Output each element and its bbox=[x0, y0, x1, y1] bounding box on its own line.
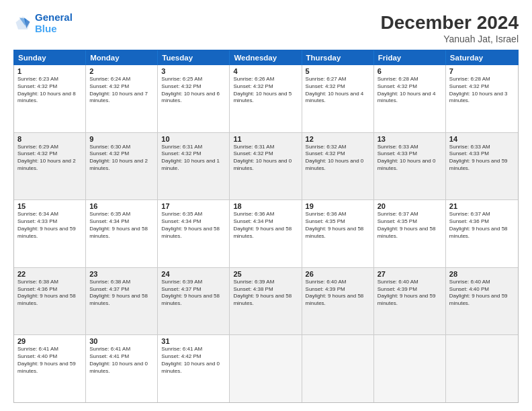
day-number: 2 bbox=[89, 67, 154, 75]
day-number: 31 bbox=[161, 337, 226, 345]
calendar-cell: 4Sunrise: 6:26 AMSunset: 4:32 PMDaylight… bbox=[230, 65, 302, 132]
month-title: December 2024 bbox=[381, 12, 519, 34]
calendar-week-2: 8Sunrise: 6:29 AMSunset: 4:32 PMDaylight… bbox=[14, 133, 518, 201]
day-number: 13 bbox=[378, 135, 442, 143]
header-monday: Monday bbox=[86, 50, 158, 65]
calendar-cell: 29Sunrise: 6:41 AMSunset: 4:40 PMDayligh… bbox=[14, 335, 86, 402]
calendar-cell: 23Sunrise: 6:38 AMSunset: 4:37 PMDayligh… bbox=[86, 268, 158, 335]
header-wednesday: Wednesday bbox=[230, 50, 302, 65]
day-number: 11 bbox=[233, 135, 298, 143]
cell-details: Sunrise: 6:26 AMSunset: 4:32 PMDaylight:… bbox=[233, 76, 298, 105]
header-thursday: Thursday bbox=[302, 50, 374, 65]
day-number: 16 bbox=[89, 202, 154, 210]
day-number: 8 bbox=[17, 135, 82, 143]
calendar-cell: 7Sunrise: 6:28 AMSunset: 4:32 PMDaylight… bbox=[446, 65, 518, 132]
cell-details: Sunrise: 6:39 AMSunset: 4:38 PMDaylight:… bbox=[233, 279, 298, 308]
calendar-cell: 28Sunrise: 6:40 AMSunset: 4:40 PMDayligh… bbox=[446, 268, 518, 335]
day-number: 27 bbox=[378, 270, 442, 278]
day-number: 5 bbox=[306, 67, 370, 75]
cell-details: Sunrise: 6:35 AMSunset: 4:34 PMDaylight:… bbox=[161, 211, 226, 240]
cell-details: Sunrise: 6:40 AMSunset: 4:39 PMDaylight:… bbox=[306, 279, 370, 308]
day-number: 23 bbox=[89, 270, 154, 278]
calendar-week-4: 22Sunrise: 6:38 AMSunset: 4:36 PMDayligh… bbox=[14, 268, 518, 336]
cell-details: Sunrise: 6:27 AMSunset: 4:32 PMDaylight:… bbox=[306, 76, 370, 105]
calendar-cell: 20Sunrise: 6:37 AMSunset: 4:35 PMDayligh… bbox=[374, 200, 446, 267]
calendar-cell: 6Sunrise: 6:28 AMSunset: 4:32 PMDaylight… bbox=[374, 65, 446, 132]
calendar-body: 1Sunrise: 6:23 AMSunset: 4:32 PMDaylight… bbox=[14, 65, 518, 402]
calendar-body-border: 1Sunrise: 6:23 AMSunset: 4:32 PMDaylight… bbox=[13, 65, 519, 403]
header-sunday: Sunday bbox=[14, 50, 86, 65]
calendar-cell: 9Sunrise: 6:30 AMSunset: 4:32 PMDaylight… bbox=[86, 133, 158, 200]
day-number: 4 bbox=[233, 67, 298, 75]
calendar-cell: 25Sunrise: 6:39 AMSunset: 4:38 PMDayligh… bbox=[230, 268, 302, 335]
cell-details: Sunrise: 6:38 AMSunset: 4:37 PMDaylight:… bbox=[89, 279, 154, 308]
day-number: 24 bbox=[161, 270, 226, 278]
calendar-cell bbox=[446, 335, 518, 402]
calendar-cell: 11Sunrise: 6:31 AMSunset: 4:32 PMDayligh… bbox=[230, 133, 302, 200]
cell-details: Sunrise: 6:41 AMSunset: 4:42 PMDaylight:… bbox=[161, 346, 226, 375]
day-number: 18 bbox=[233, 202, 298, 210]
day-number: 20 bbox=[378, 202, 442, 210]
cell-details: Sunrise: 6:40 AMSunset: 4:39 PMDaylight:… bbox=[378, 279, 442, 308]
calendar-cell: 14Sunrise: 6:33 AMSunset: 4:33 PMDayligh… bbox=[446, 133, 518, 200]
header-saturday: Saturday bbox=[446, 50, 518, 65]
calendar-cell bbox=[302, 335, 374, 402]
day-number: 10 bbox=[161, 135, 226, 143]
calendar-cell: 22Sunrise: 6:38 AMSunset: 4:36 PMDayligh… bbox=[14, 268, 86, 335]
calendar-cell: 3Sunrise: 6:25 AMSunset: 4:32 PMDaylight… bbox=[158, 65, 230, 132]
location: Yanuah Jat, Israel bbox=[381, 34, 519, 44]
calendar-cell: 21Sunrise: 6:37 AMSunset: 4:36 PMDayligh… bbox=[446, 200, 518, 267]
calendar-cell: 2Sunrise: 6:24 AMSunset: 4:32 PMDaylight… bbox=[86, 65, 158, 132]
day-number: 17 bbox=[161, 202, 226, 210]
cell-details: Sunrise: 6:28 AMSunset: 4:32 PMDaylight:… bbox=[378, 76, 442, 105]
day-number: 12 bbox=[306, 135, 370, 143]
cell-details: Sunrise: 6:38 AMSunset: 4:36 PMDaylight:… bbox=[17, 279, 82, 308]
day-number: 15 bbox=[17, 202, 82, 210]
calendar-cell: 8Sunrise: 6:29 AMSunset: 4:32 PMDaylight… bbox=[14, 133, 86, 200]
cell-details: Sunrise: 6:29 AMSunset: 4:32 PMDaylight:… bbox=[17, 144, 82, 173]
cell-details: Sunrise: 6:33 AMSunset: 4:33 PMDaylight:… bbox=[378, 144, 442, 173]
cell-details: Sunrise: 6:31 AMSunset: 4:32 PMDaylight:… bbox=[161, 144, 226, 173]
logo-icon bbox=[13, 14, 32, 33]
calendar-cell: 24Sunrise: 6:39 AMSunset: 4:37 PMDayligh… bbox=[158, 268, 230, 335]
calendar-header: Sunday Monday Tuesday Wednesday Thursday… bbox=[14, 50, 518, 65]
day-number: 1 bbox=[17, 67, 82, 75]
calendar-cell: 26Sunrise: 6:40 AMSunset: 4:39 PMDayligh… bbox=[302, 268, 374, 335]
cell-details: Sunrise: 6:30 AMSunset: 4:32 PMDaylight:… bbox=[89, 144, 154, 173]
cell-details: Sunrise: 6:37 AMSunset: 4:35 PMDaylight:… bbox=[378, 211, 442, 240]
calendar-header-border: Sunday Monday Tuesday Wednesday Thursday… bbox=[13, 50, 519, 65]
calendar-cell bbox=[230, 335, 302, 402]
cell-details: Sunrise: 6:39 AMSunset: 4:37 PMDaylight:… bbox=[161, 279, 226, 308]
calendar-cell: 17Sunrise: 6:35 AMSunset: 4:34 PMDayligh… bbox=[158, 200, 230, 267]
calendar-week-5: 29Sunrise: 6:41 AMSunset: 4:40 PMDayligh… bbox=[14, 335, 518, 402]
page: General Blue December 2024 Yanuah Jat, I… bbox=[0, 0, 532, 411]
day-number: 19 bbox=[306, 202, 370, 210]
cell-details: Sunrise: 6:41 AMSunset: 4:40 PMDaylight:… bbox=[17, 346, 82, 375]
calendar-week-1: 1Sunrise: 6:23 AMSunset: 4:32 PMDaylight… bbox=[14, 65, 518, 133]
calendar-cell: 13Sunrise: 6:33 AMSunset: 4:33 PMDayligh… bbox=[374, 133, 446, 200]
day-number: 22 bbox=[17, 270, 82, 278]
calendar-week-3: 15Sunrise: 6:34 AMSunset: 4:33 PMDayligh… bbox=[14, 200, 518, 268]
cell-details: Sunrise: 6:24 AMSunset: 4:32 PMDaylight:… bbox=[89, 76, 154, 105]
calendar-cell: 27Sunrise: 6:40 AMSunset: 4:39 PMDayligh… bbox=[374, 268, 446, 335]
cell-details: Sunrise: 6:37 AMSunset: 4:36 PMDaylight:… bbox=[449, 211, 515, 240]
calendar-cell: 19Sunrise: 6:36 AMSunset: 4:35 PMDayligh… bbox=[302, 200, 374, 267]
header: General Blue December 2024 Yanuah Jat, I… bbox=[13, 12, 519, 44]
cell-details: Sunrise: 6:33 AMSunset: 4:33 PMDaylight:… bbox=[449, 144, 515, 173]
cell-details: Sunrise: 6:28 AMSunset: 4:32 PMDaylight:… bbox=[449, 76, 515, 105]
calendar-cell: 16Sunrise: 6:35 AMSunset: 4:34 PMDayligh… bbox=[86, 200, 158, 267]
logo: General Blue bbox=[13, 12, 73, 34]
day-number: 29 bbox=[17, 337, 82, 345]
day-number: 30 bbox=[89, 337, 154, 345]
cell-details: Sunrise: 6:25 AMSunset: 4:32 PMDaylight:… bbox=[161, 76, 226, 105]
day-number: 6 bbox=[378, 67, 442, 75]
calendar-cell: 18Sunrise: 6:36 AMSunset: 4:34 PMDayligh… bbox=[230, 200, 302, 267]
day-number: 28 bbox=[449, 270, 515, 278]
cell-details: Sunrise: 6:40 AMSunset: 4:40 PMDaylight:… bbox=[449, 279, 515, 308]
calendar-cell bbox=[374, 335, 446, 402]
title-block: December 2024 Yanuah Jat, Israel bbox=[381, 12, 519, 44]
cell-details: Sunrise: 6:32 AMSunset: 4:32 PMDaylight:… bbox=[306, 144, 370, 173]
header-tuesday: Tuesday bbox=[158, 50, 230, 65]
day-number: 3 bbox=[161, 67, 226, 75]
cell-details: Sunrise: 6:31 AMSunset: 4:32 PMDaylight:… bbox=[233, 144, 298, 173]
